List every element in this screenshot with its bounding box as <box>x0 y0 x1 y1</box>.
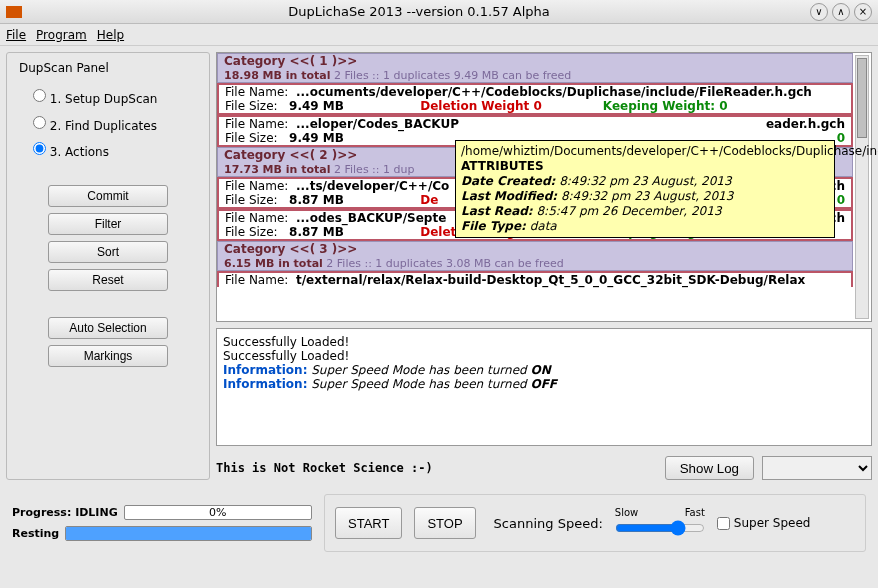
scrollbar[interactable] <box>855 55 869 319</box>
menu-file[interactable]: File <box>6 28 26 42</box>
resting-bar <box>65 526 312 541</box>
log-box: Successfully Loaded! Successfully Loaded… <box>216 328 872 446</box>
log-dropdown[interactable] <box>762 456 872 480</box>
resting-label: Resting <box>12 527 59 540</box>
auto-selection-button[interactable]: Auto Selection <box>48 317 168 339</box>
super-speed-checkbox[interactable]: Super Speed <box>717 516 811 530</box>
menu-program[interactable]: Program <box>36 28 87 42</box>
file-row[interactable]: File Name: t/external/relax/Relax-build-… <box>217 271 853 287</box>
progress-bar: 0% <box>124 505 312 520</box>
dupscan-panel: DupScan Panel 1. Setup DupScan 2. Find D… <box>6 52 210 480</box>
reset-button[interactable]: Reset <box>48 269 168 291</box>
scrollbar-thumb[interactable] <box>857 58 867 138</box>
markings-button[interactable]: Markings <box>48 345 168 367</box>
menu-help[interactable]: Help <box>97 28 124 42</box>
titlebar: DupLichaSe 2013 --version 0.1.57 Alpha ∨… <box>0 0 878 24</box>
stop-button[interactable]: STOP <box>414 507 475 539</box>
radio-setup[interactable]: 1. Setup DupScan <box>33 89 197 106</box>
category-1-header[interactable]: Category <<( 1 )>> 18.98 MB in total 2 F… <box>217 53 853 83</box>
log-line: Information: Super Speed Mode has been t… <box>223 377 865 391</box>
menubar: File Program Help <box>0 24 878 46</box>
filter-button[interactable]: Filter <box>48 213 168 235</box>
speed-slider[interactable] <box>615 520 705 536</box>
log-line: Information: Super Speed Mode has been t… <box>223 363 865 377</box>
sort-button[interactable]: Sort <box>48 241 168 263</box>
scan-controls: START STOP Scanning Speed: SlowFast Supe… <box>324 494 866 552</box>
file-tooltip: /home/whiztim/Documents/developer/C++/Co… <box>455 140 835 238</box>
log-line: Successfully Loaded! <box>223 335 865 349</box>
show-log-button[interactable]: Show Log <box>665 456 754 480</box>
commit-button[interactable]: Commit <box>48 185 168 207</box>
start-button[interactable]: START <box>335 507 402 539</box>
progress-label: Progress: IDLING <box>12 506 118 519</box>
minimize-button[interactable]: ∨ <box>810 3 828 21</box>
radio-find[interactable]: 2. Find Duplicates <box>33 116 197 133</box>
maximize-button[interactable]: ∧ <box>832 3 850 21</box>
window-title: DupLichaSe 2013 --version 0.1.57 Alpha <box>28 4 810 19</box>
tagline: This is Not Rocket Science :-) <box>216 461 657 475</box>
app-icon <box>6 6 22 18</box>
log-line: Successfully Loaded! <box>223 349 865 363</box>
file-row[interactable]: File Name: ...ocuments/developer/C++/Cod… <box>217 83 853 115</box>
close-button[interactable]: × <box>854 3 872 21</box>
category-3-header[interactable]: Category <<( 3 )>> 6.15 MB in total 2 Fi… <box>217 241 853 271</box>
radio-actions[interactable]: 3. Actions <box>33 142 197 159</box>
panel-title: DupScan Panel <box>19 61 197 75</box>
scanning-speed-label: Scanning Speed: <box>494 516 603 531</box>
